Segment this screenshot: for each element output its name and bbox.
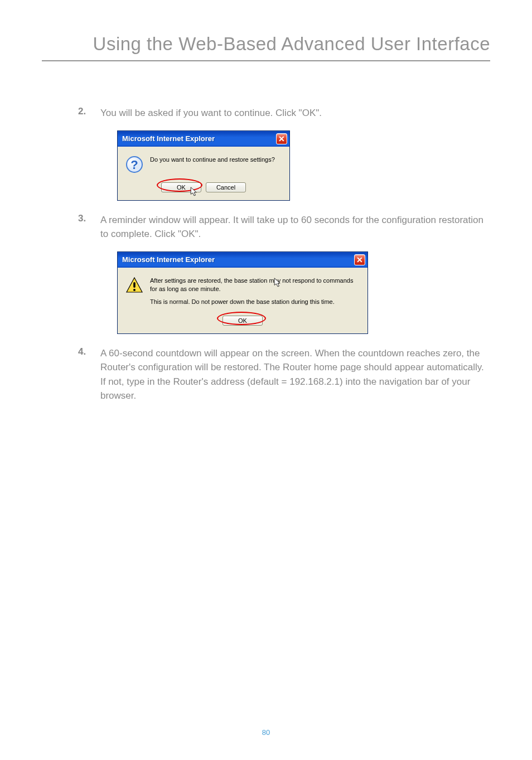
step-text: A reminder window will appear. It will t… xyxy=(100,213,490,241)
step-4: 4. A 60-second countdown will appear on … xyxy=(42,346,490,403)
step-number: 4. xyxy=(78,346,100,403)
button-row: OK Cancel xyxy=(118,179,289,200)
step-number: 3. xyxy=(78,213,100,241)
page-title: Using the Web-Based Advanced User Interf… xyxy=(42,33,490,61)
titlebar: Microsoft Internet Explorer ✕ xyxy=(118,131,289,147)
dialog-message-line1: After settings are restored, the base st… xyxy=(150,277,360,294)
svg-point-4 xyxy=(133,289,136,291)
dialog-title: Microsoft Internet Explorer xyxy=(122,255,215,264)
warning-icon xyxy=(125,277,143,294)
page-number: 80 xyxy=(0,728,532,737)
dialog-message: Do you want to continue and restore sett… xyxy=(150,156,275,164)
confirm-dialog: Microsoft Internet Explorer ✕ ? Do you w… xyxy=(117,130,290,201)
dialog-body: ? Do you want to continue and restore se… xyxy=(118,147,289,179)
dialog-body: After settings are restored, the base st… xyxy=(118,268,367,312)
reminder-dialog: Microsoft Internet Explorer ✕ After sett… xyxy=(117,251,368,334)
dialog-title: Microsoft Internet Explorer xyxy=(122,134,215,143)
message-block: After settings are restored, the base st… xyxy=(150,277,360,307)
svg-rect-3 xyxy=(133,282,136,288)
close-button[interactable]: ✕ xyxy=(276,133,287,144)
svg-text:?: ? xyxy=(130,158,138,172)
titlebar: Microsoft Internet Explorer ✕ xyxy=(118,252,367,268)
ok-button[interactable]: OK xyxy=(161,182,201,192)
step-text: A 60-second countdown will appear on the… xyxy=(100,346,490,403)
message-row: After settings are restored, the base st… xyxy=(125,277,360,307)
step-3: 3. A reminder window will appear. It wil… xyxy=(42,213,490,241)
close-icon: ✕ xyxy=(356,255,363,264)
ok-button[interactable]: OK xyxy=(223,316,263,326)
button-row: OK xyxy=(118,312,367,333)
step-text: You will be asked if you want to continu… xyxy=(100,106,327,120)
dialog-message-line2: This is normal. Do not power down the ba… xyxy=(150,298,360,306)
step-2: 2. You will be asked if you want to cont… xyxy=(42,106,490,120)
close-button[interactable]: ✕ xyxy=(354,254,365,265)
close-icon: ✕ xyxy=(278,134,285,143)
question-icon: ? xyxy=(125,156,143,173)
step-number: 2. xyxy=(78,106,100,120)
cancel-button[interactable]: Cancel xyxy=(206,182,246,192)
